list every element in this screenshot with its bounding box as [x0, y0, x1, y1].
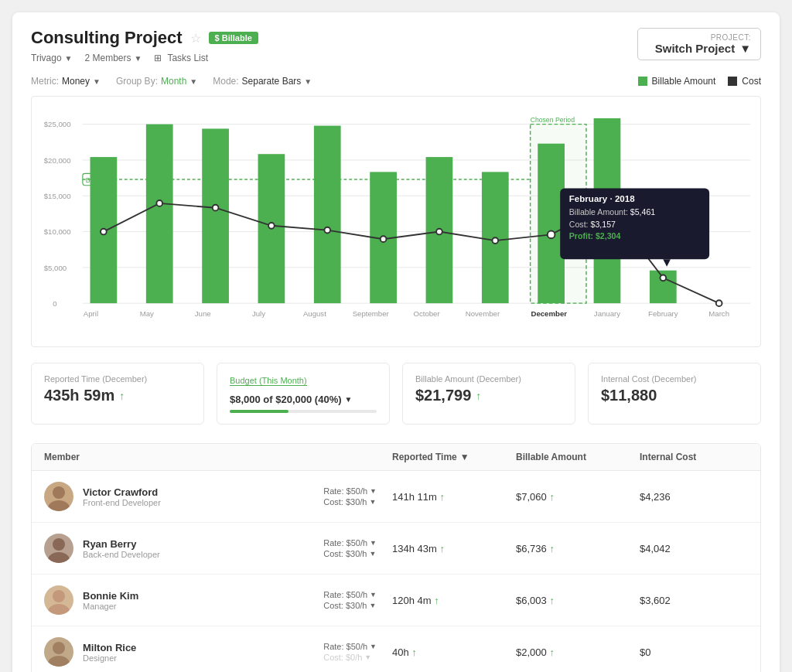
avatar — [44, 482, 73, 511]
member-name: Bonnie Kim — [83, 590, 138, 602]
cost-dropdown-icon: ▼ — [369, 498, 376, 506]
mode-dropdown-icon: ▼ — [304, 77, 312, 86]
table-row: Bonnie Kim Manager Rate: $50/h ▼ Cost: $… — [32, 575, 760, 626]
cost-dropdown-icon: ▼ — [369, 602, 376, 609]
reported-time-value: 435h 59m — [44, 387, 114, 404]
legend-billable: Billable Amount — [638, 76, 716, 87]
col-internal-cost: Internal Cost — [640, 452, 748, 462]
svg-text:$5,000: $5,000 — [44, 264, 67, 272]
member-name: Ryan Berry — [83, 538, 160, 550]
reported-time-up-icon: ↑ — [119, 390, 125, 402]
rate-item[interactable]: Rate: $50/h ▼ — [323, 486, 377, 496]
rate-item[interactable]: Rate: $50/h ▼ — [323, 590, 377, 599]
svg-text:January: January — [594, 310, 620, 319]
reported-time-cell: 120h 4m ↑ — [392, 595, 516, 606]
cost-item[interactable]: Cost: $30/h ▼ — [323, 601, 377, 610]
col-reported-time[interactable]: Reported Time ▼ — [392, 452, 516, 462]
budget-label: Budget (This Month) — [230, 376, 307, 386]
reported-time-card: Reported Time (December) 435h 59m ↑ — [31, 363, 204, 425]
svg-point-65 — [48, 656, 70, 667]
internal-cost-cell: $4,042 — [640, 543, 748, 554]
groupby-dropdown-icon: ▼ — [189, 77, 197, 86]
member-role: Designer — [83, 653, 136, 663]
svg-point-34 — [436, 229, 442, 235]
cost-item[interactable]: Cost: $30/h ▼ — [323, 549, 377, 558]
rate-item[interactable]: Rate: $50/h ▼ — [323, 538, 377, 547]
rate-dropdown-icon: ▼ — [370, 591, 377, 599]
reported-time-cell: 141h 11m ↑ — [392, 491, 516, 503]
company-dropdown-icon: ▼ — [65, 54, 73, 63]
legend-cost: Cost — [728, 76, 761, 87]
member-role: Manager — [83, 602, 138, 611]
groupby-filter[interactable]: Group By: Month ▼ — [116, 76, 197, 87]
budget-dropdown-icon[interactable]: ▼ — [345, 395, 353, 404]
mode-filter[interactable]: Mode: Separate Bars ▼ — [213, 76, 312, 87]
internal-cost-cell: $3,602 — [640, 595, 748, 606]
svg-text:February · 2018: February · 2018 — [569, 194, 635, 203]
favorite-icon[interactable]: ☆ — [190, 31, 201, 46]
svg-point-39 — [716, 300, 722, 306]
cost-item[interactable]: Cost: $30/h ▼ — [323, 497, 377, 507]
billable-amount-card: Billable Amount (December) $21,799 ↑ — [402, 363, 575, 425]
internal-cost-value: $11,880 — [601, 387, 657, 404]
stats-row: Reported Time (December) 435h 59m ↑ Budg… — [31, 363, 761, 425]
chart-area: $25,000 $20,000 $15,000 $10,000 $5,000 0… — [31, 96, 761, 347]
svg-text:March: March — [708, 310, 729, 319]
svg-point-38 — [660, 275, 666, 281]
svg-text:July: July — [252, 310, 265, 319]
svg-text:$20,000: $20,000 — [44, 156, 71, 165]
billable-amount-label: Billable Amount (December) — [415, 374, 562, 384]
svg-text:May: May — [140, 310, 154, 319]
billable-amount-value: $21,799 — [415, 387, 471, 404]
reported-time-cell: 134h 43m ↑ — [392, 543, 516, 554]
company-selector[interactable]: Trivago ▼ — [31, 53, 72, 63]
svg-text:Billable Amount: $5,461: Billable Amount: $5,461 — [569, 207, 656, 217]
svg-text:$10,000: $10,000 — [44, 227, 71, 236]
svg-text:Cost: $3,157: Cost: $3,157 — [569, 220, 616, 229]
svg-point-61 — [48, 552, 70, 563]
cost-dropdown-icon: ▼ — [369, 550, 376, 558]
table-row: Milton Rice Designer Rate: $50/h ▼ Cost:… — [32, 626, 760, 672]
metric-dropdown-icon: ▼ — [93, 77, 101, 86]
billable-amount-up-icon: ↑ — [476, 390, 481, 402]
svg-marker-57 — [663, 259, 671, 267]
metric-filter[interactable]: Metric: Money ▼ — [31, 76, 101, 87]
svg-point-64 — [53, 642, 65, 654]
svg-point-28 — [101, 229, 107, 235]
svg-point-33 — [381, 236, 387, 242]
svg-point-30 — [213, 205, 219, 211]
internal-cost-label: Internal Cost (December) — [601, 374, 748, 384]
avatar — [44, 585, 73, 615]
svg-point-58 — [53, 486, 65, 499]
col-member: Member — [44, 452, 392, 462]
svg-text:February: February — [648, 310, 678, 319]
members-selector[interactable]: 2 Members ▼ — [84, 53, 142, 63]
svg-rect-19 — [202, 128, 229, 303]
budget-card: Budget (This Month) $8,000 of $20,000 (4… — [217, 363, 390, 425]
col-billable-amount: Billable Amount — [516, 452, 640, 462]
svg-point-63 — [48, 604, 70, 615]
svg-point-60 — [53, 538, 65, 551]
billable-amount-cell: $7,060 ↑ — [516, 491, 640, 503]
svg-point-31 — [268, 223, 275, 229]
avatar — [44, 637, 73, 667]
billable-amount-cell: $6,003 ↑ — [516, 595, 640, 606]
svg-rect-21 — [314, 126, 341, 304]
reported-time-cell: 40h ↑ — [392, 646, 516, 658]
svg-text:September: September — [353, 310, 390, 319]
svg-text:Chosen Period: Chosen Period — [531, 116, 575, 124]
svg-point-59 — [48, 500, 70, 511]
cost-item[interactable]: Cost: $0/h ▼ — [323, 653, 377, 662]
switch-project-button[interactable]: PROJECT: Switch Project ▼ — [637, 28, 761, 60]
cost-dropdown-icon: ▼ — [364, 653, 371, 661]
member-name: Milton Rice — [83, 642, 136, 653]
rate-item[interactable]: Rate: $50/h ▼ — [323, 642, 377, 651]
rate-dropdown-icon: ▼ — [370, 487, 377, 495]
reported-time-label: Reported Time (December) — [44, 374, 191, 384]
internal-cost-cell: $0 — [640, 646, 748, 658]
tasks-selector[interactable]: ⊞ Tasks List — [154, 53, 208, 63]
internal-cost-cell: $4,236 — [640, 491, 748, 503]
table-row: Ryan Berry Back-end Developer Rate: $50/… — [32, 523, 760, 575]
billable-badge: $ Billable — [209, 32, 258, 44]
member-role: Back-end Developer — [83, 550, 160, 559]
